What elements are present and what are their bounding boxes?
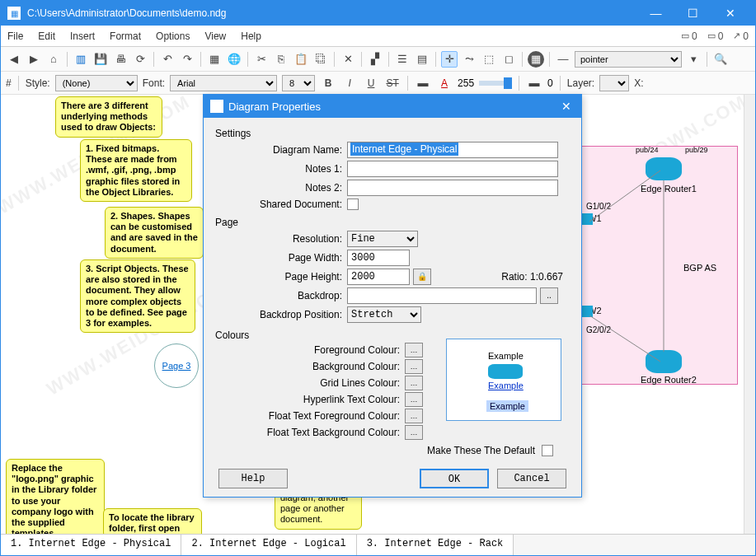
- grid-label: Grid Lines Colour:: [215, 377, 405, 389]
- menu-view[interactable]: View: [204, 30, 226, 42]
- resolution-select[interactable]: Fine: [347, 231, 418, 247]
- note-1[interactable]: There are 3 different underlying methods…: [55, 96, 162, 138]
- paste-icon[interactable]: 📋: [293, 51, 309, 68]
- duplicate-icon[interactable]: ⿻: [312, 51, 329, 68]
- text-color-icon[interactable]: A: [436, 75, 453, 91]
- note-4[interactable]: 3. Script Objects. These are also stored…: [80, 259, 195, 333]
- preview-link: Example: [488, 381, 524, 390]
- home-icon[interactable]: ⌂: [45, 51, 62, 68]
- default-checkbox[interactable]: [542, 445, 553, 456]
- grid-icon[interactable]: ▦: [528, 51, 544, 68]
- page-link[interactable]: Page 3: [154, 343, 199, 388]
- ungroup-icon[interactable]: ▤: [414, 51, 430, 68]
- backdrop-label: Backdrop:: [215, 290, 347, 301]
- forward-icon[interactable]: ▶: [26, 51, 42, 68]
- vertical-scrollbar[interactable]: [744, 95, 755, 534]
- fill-icon[interactable]: ▬: [415, 75, 431, 91]
- lock-ratio-button[interactable]: 🔒: [413, 269, 431, 285]
- close-button[interactable]: ✕: [711, 1, 749, 26]
- underline-icon[interactable]: U: [363, 75, 379, 91]
- italic-icon[interactable]: I: [341, 75, 358, 91]
- note-6[interactable]: To locate the library folder, first open: [103, 508, 202, 534]
- note-5[interactable]: Replace the "logo.png" graphic in the Li…: [6, 459, 105, 534]
- menu-help[interactable]: Help: [241, 30, 261, 42]
- menu-insert[interactable]: Insert: [70, 30, 95, 42]
- back-icon[interactable]: ◀: [6, 51, 22, 68]
- grid-swatch[interactable]: …: [405, 376, 423, 390]
- font-select[interactable]: Arial: [170, 75, 277, 91]
- new-icon[interactable]: ▥: [73, 51, 89, 68]
- line-color-icon[interactable]: ▬: [526, 75, 542, 91]
- router-1-label: Edge Router1: [641, 184, 697, 194]
- width-input[interactable]: [347, 250, 410, 266]
- backdrop-pos-label: Backdrop Position:: [215, 309, 347, 320]
- style-label: Style:: [26, 77, 50, 89]
- hyper-swatch[interactable]: …: [405, 392, 423, 407]
- backdrop-input[interactable]: [347, 287, 537, 304]
- cut-icon[interactable]: ✂: [253, 51, 270, 68]
- help-button[interactable]: Help: [218, 469, 288, 488]
- style-select[interactable]: (None): [55, 75, 138, 91]
- maximize-button[interactable]: ☐: [674, 1, 711, 26]
- dialog-close-button[interactable]: ✕: [558, 100, 575, 113]
- library-icon[interactable]: ▦: [206, 51, 223, 68]
- tool-select[interactable]: pointer: [575, 51, 682, 68]
- counter-3: ↗ 0: [733, 30, 749, 42]
- node-icon[interactable]: ◻: [500, 51, 517, 68]
- dialog-titlebar[interactable]: Diagram Properties ✕: [204, 95, 581, 118]
- note-3[interactable]: 2. Shapes. Shapes can be customised and …: [105, 207, 204, 259]
- backdrop-browse-button[interactable]: ..: [540, 287, 558, 304]
- select-icon[interactable]: ⬚: [481, 51, 497, 68]
- menu-options[interactable]: Options: [156, 30, 190, 42]
- dialog-title: Diagram Properties: [228, 100, 558, 113]
- floatfg-swatch[interactable]: …: [405, 409, 423, 423]
- connect-icon[interactable]: ⤳: [461, 51, 477, 68]
- redo-icon[interactable]: ↷: [179, 51, 195, 68]
- height-input[interactable]: [347, 269, 410, 285]
- bold-icon[interactable]: B: [320, 75, 336, 91]
- delete-icon[interactable]: ✕: [340, 51, 356, 68]
- router-2-icon[interactable]: [646, 350, 682, 373]
- size-select[interactable]: 8: [282, 75, 315, 91]
- layer-label: Layer:: [567, 77, 594, 89]
- refresh-icon[interactable]: ⟳: [132, 51, 148, 68]
- cancel-button[interactable]: Cancel: [497, 469, 566, 488]
- menu-edit[interactable]: Edit: [38, 30, 55, 42]
- backdrop-pos-select[interactable]: Stretch: [347, 306, 421, 323]
- menu-format[interactable]: Format: [110, 30, 141, 42]
- print-icon[interactable]: 🖶: [112, 51, 129, 68]
- align-icon[interactable]: ▞: [367, 51, 383, 68]
- notes1-input[interactable]: [347, 161, 558, 177]
- line-style-icon[interactable]: ―: [555, 51, 571, 68]
- router-1-icon[interactable]: [646, 157, 682, 180]
- tab-1[interactable]: 1. Internet Edge - Physical: [1, 535, 181, 555]
- notes2-input[interactable]: [347, 180, 558, 196]
- pointer-tool-icon[interactable]: ✛: [441, 51, 458, 68]
- bg-swatch[interactable]: …: [405, 359, 423, 374]
- floatbg-swatch[interactable]: …: [405, 425, 423, 440]
- note-2[interactable]: 1. Fixed bitmaps. These are made from .w…: [80, 139, 192, 202]
- notes2-label: Notes 2:: [215, 182, 347, 194]
- properties-bar: # Style: (None) Font: Arial 8 B I U ST ▬…: [1, 72, 755, 95]
- tab-2[interactable]: 2. Internet Edge - Logical: [181, 535, 356, 555]
- colour-preview: Example Example Example: [446, 339, 561, 421]
- copy-icon[interactable]: ⎘: [273, 51, 289, 68]
- fg-swatch[interactable]: …: [405, 343, 423, 357]
- minimize-button[interactable]: ―: [637, 1, 674, 26]
- strike-icon[interactable]: ST: [384, 75, 401, 91]
- name-input[interactable]: Internet Edge - Physical: [347, 142, 558, 158]
- save-icon[interactable]: 💾: [92, 51, 109, 68]
- dropdown-icon[interactable]: ▾: [685, 51, 702, 68]
- group-icon[interactable]: ☰: [394, 51, 411, 68]
- tab-3[interactable]: 3. Internet Edge - Rack: [357, 535, 514, 555]
- ok-button[interactable]: OK: [420, 469, 489, 488]
- counter-2: ▭ 0: [707, 30, 724, 42]
- undo-icon[interactable]: ↶: [159, 51, 176, 68]
- menu-file[interactable]: File: [7, 30, 23, 42]
- zoom-icon[interactable]: 🔍: [712, 51, 729, 68]
- shared-checkbox[interactable]: [347, 199, 359, 210]
- section-page: Page: [215, 217, 570, 228]
- layer-select[interactable]: [599, 75, 629, 91]
- globe-icon[interactable]: 🌐: [226, 51, 242, 68]
- notes1-label: Notes 1:: [215, 163, 347, 175]
